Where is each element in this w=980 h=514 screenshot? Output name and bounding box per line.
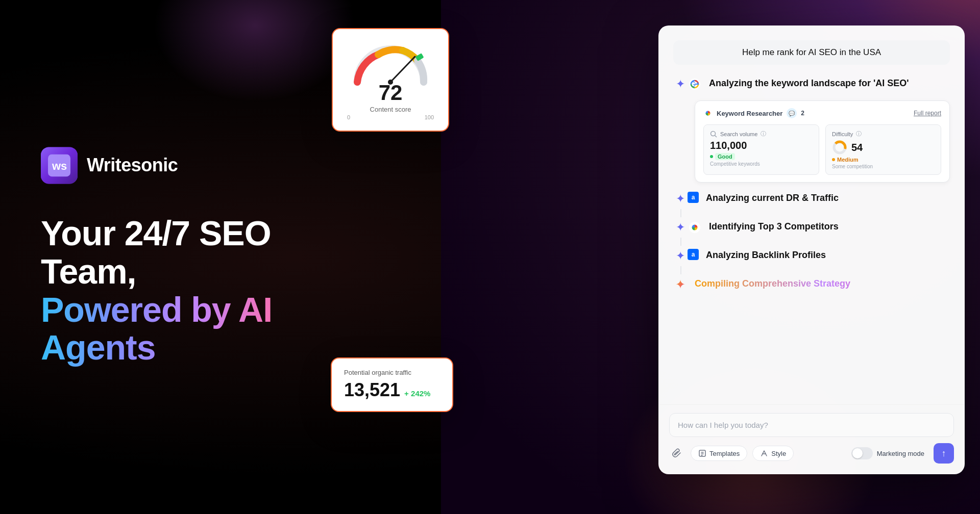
prompt-text: Help me rank for AI SEO in the USA <box>742 47 881 57</box>
step-5: ✦ Compiling Comprehensive Strategy <box>659 270 964 299</box>
chat-count-badge: 💬 <box>787 108 797 118</box>
ahrefs-icon-1: a <box>688 192 699 203</box>
traffic-card: Potential organic traffic 13,521 + 242% <box>331 357 453 412</box>
sparkle-icon-4: ✦ <box>673 249 688 263</box>
headline: Your 24/7 SEO Team, Powered by AI Agents <box>41 214 347 367</box>
chat-toolbar: Templates Style Marketing mode ↑ <box>669 443 954 464</box>
orange-dot <box>832 158 835 161</box>
step-1-text: Analyzing the keyword landscape for 'AI … <box>709 77 950 89</box>
score-card: 72 Content score 0 100 <box>332 28 449 132</box>
google-icon-1: G <box>688 77 702 91</box>
svg-text:ws: ws <box>52 160 67 172</box>
difficulty-value: 54 <box>832 140 935 155</box>
toggle-thumb <box>852 448 863 458</box>
traffic-label: Potential organic traffic <box>344 369 440 376</box>
search-small-icon <box>710 131 717 138</box>
chat-panel: Help me rank for AI SEO in the USA ✦ G <box>658 25 965 474</box>
keyword-card-header: Keyword Researcher 💬 2 Full report <box>703 108 941 118</box>
style-icon <box>760 449 768 457</box>
svg-point-8 <box>711 131 716 136</box>
step-1: ✦ G Analyzing the keyword landscape for … <box>659 70 964 98</box>
keyword-metrics: Search volume ⓘ 110,000 Good Competitive… <box>703 124 941 175</box>
logo-icon-inner: ws <box>48 154 70 176</box>
step-4-text: Analyzing Backlink Profiles <box>706 249 950 261</box>
style-button[interactable]: Style <box>752 446 794 461</box>
logo-name: Writesonic <box>87 155 178 176</box>
step-5-text: Compiling Comprehensive Strategy <box>695 277 950 289</box>
send-icon: ↑ <box>942 448 946 459</box>
full-report-link[interactable]: Full report <box>914 110 941 117</box>
ws-logo-svg: ws <box>48 154 70 176</box>
google-icon-2 <box>688 220 702 235</box>
difficulty-donut <box>832 140 847 155</box>
green-dot <box>710 155 713 158</box>
traffic-growth: + 242% <box>404 389 430 398</box>
traffic-value: 13,521 + 242% <box>344 379 440 401</box>
score-value: 72 <box>379 82 403 104</box>
steps-list: ✦ G Analyzing the keyword landscape for … <box>659 65 964 404</box>
svg-line-9 <box>715 135 717 137</box>
chat-input-placeholder[interactable]: How can I help you today? <box>669 413 954 437</box>
templates-label: Templates <box>709 450 740 457</box>
gauge-range: 0 100 <box>347 114 434 120</box>
search-volume-badge: Good <box>715 153 735 160</box>
send-button[interactable]: ↑ <box>934 443 954 464</box>
headline-line2: Powered by AI Agents <box>41 291 347 367</box>
sparkle-icon-5: ✦ <box>673 277 688 292</box>
search-volume-number: 110,000 <box>710 140 747 151</box>
attachment-icon[interactable] <box>669 445 685 461</box>
search-volume-box: Search volume ⓘ 110,000 Good Competitive… <box>703 124 819 175</box>
sparkle-icon-2: ✦ <box>673 192 688 206</box>
glow-topleft <box>153 0 357 102</box>
search-volume-header: Search volume ⓘ <box>710 130 813 138</box>
step-2-text: Analyzing current DR & Traffic <box>706 192 950 203</box>
difficulty-sub: Some competition <box>832 164 935 169</box>
search-volume-label: Search volume <box>720 131 757 137</box>
step-4: ✦ a Analyzing Backlink Profiles <box>659 242 964 270</box>
sparkle-icon-3: ✦ <box>673 220 688 235</box>
gauge-min: 0 <box>347 114 350 120</box>
templates-button[interactable]: Templates <box>691 446 747 461</box>
templates-icon <box>698 449 706 457</box>
logo-icon: ws <box>41 147 78 184</box>
keyword-card: Keyword Researcher 💬 2 Full report <box>695 100 950 183</box>
traffic-number: 13,521 <box>344 379 400 401</box>
google-small-icon <box>703 109 713 118</box>
difficulty-header: Difficulty ⓘ <box>832 130 935 138</box>
difficulty-box: Difficulty ⓘ 54 Medium Some co <box>825 124 941 175</box>
score-label: Content score <box>370 106 411 113</box>
marketing-mode-label: Marketing mode <box>877 450 924 457</box>
step-3: ✦ Identifying Top 3 Competitors <box>659 213 964 242</box>
step-2: ✦ a Analyzing current DR & Traffic <box>659 185 964 213</box>
toggle-track[interactable] <box>851 447 873 459</box>
difficulty-badge: Medium <box>837 157 859 163</box>
chat-count: 2 <box>801 110 804 117</box>
headline-line1: Your 24/7 SEO Team, <box>41 214 271 291</box>
search-volume-sub: Competitive keywords <box>710 161 813 167</box>
step-3-text: Identifying Top 3 Competitors <box>709 220 950 232</box>
search-volume-value: 110,000 <box>710 140 813 151</box>
gauge-max: 100 <box>425 114 434 120</box>
marketing-toggle[interactable]: Marketing mode <box>851 447 924 459</box>
difficulty-label: Difficulty <box>832 131 853 137</box>
sparkle-icon-1: ✦ <box>673 77 688 91</box>
prompt-bubble: Help me rank for AI SEO in the USA <box>673 40 950 65</box>
left-content: ws Writesonic Your 24/7 SEO Team, Powere… <box>41 147 347 367</box>
svg-line-2 <box>390 57 415 82</box>
style-label: Style <box>771 450 786 457</box>
keyword-card-title: Keyword Researcher 💬 2 <box>703 108 804 118</box>
keyword-card-title-text: Keyword Researcher <box>717 110 782 117</box>
gauge-container: 72 Content score 0 100 <box>347 41 434 120</box>
chat-input-area: How can I help you today? Templates <box>659 404 964 474</box>
difficulty-number: 54 <box>851 142 863 153</box>
ahrefs-icon-2: a <box>688 249 699 260</box>
logo-area: ws Writesonic <box>41 147 347 184</box>
